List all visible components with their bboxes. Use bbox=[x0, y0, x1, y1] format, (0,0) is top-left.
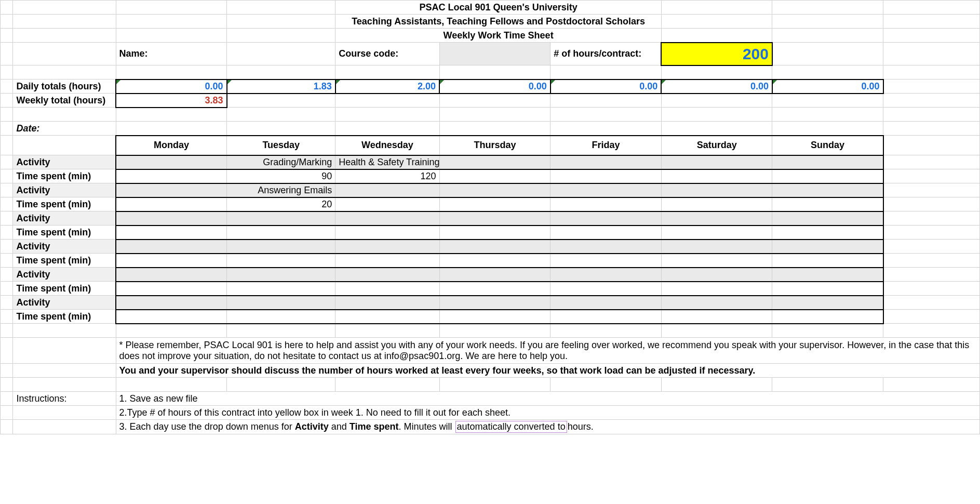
label-activity: Activity bbox=[13, 268, 116, 282]
instruction-step-3: 3. Each day use the drop down menus for … bbox=[116, 420, 979, 434]
time-cell[interactable] bbox=[335, 254, 439, 268]
activity-cell[interactable] bbox=[439, 211, 551, 226]
time-cell[interactable] bbox=[661, 169, 772, 183]
time-cell[interactable] bbox=[551, 254, 662, 268]
activity-cell[interactable] bbox=[335, 296, 439, 310]
time-cell[interactable] bbox=[439, 282, 551, 296]
daily-total-sun: 0.00 bbox=[772, 79, 883, 94]
activity-cell[interactable] bbox=[661, 211, 772, 226]
activity-cell[interactable] bbox=[772, 155, 883, 169]
activity-cell[interactable] bbox=[772, 211, 883, 226]
time-cell[interactable]: 120 bbox=[335, 169, 439, 183]
header-line2: Teaching Assistants, Teaching Fellows an… bbox=[335, 15, 662, 29]
time-cell[interactable] bbox=[439, 310, 551, 324]
time-cell[interactable] bbox=[439, 197, 551, 211]
activity-cell[interactable] bbox=[116, 183, 227, 197]
day-header-wed: Wednesday bbox=[335, 136, 439, 155]
time-cell[interactable] bbox=[116, 282, 227, 296]
activity-cell[interactable] bbox=[116, 211, 227, 226]
time-cell[interactable] bbox=[439, 226, 551, 240]
activity-cell[interactable]: Answering Emails bbox=[227, 183, 335, 197]
timesheet-table: PSAC Local 901 Queen's University Teachi… bbox=[0, 0, 980, 434]
activity-cell[interactable] bbox=[551, 296, 662, 310]
activity-cell[interactable] bbox=[227, 296, 335, 310]
activity-cell[interactable] bbox=[439, 296, 551, 310]
time-cell[interactable] bbox=[116, 226, 227, 240]
label-time-spent: Time spent (min) bbox=[13, 282, 116, 296]
time-cell[interactable] bbox=[772, 282, 883, 296]
activity-cell[interactable] bbox=[661, 240, 772, 254]
activity-cell[interactable] bbox=[661, 296, 772, 310]
activity-cell[interactable] bbox=[661, 183, 772, 197]
time-cell[interactable] bbox=[551, 310, 662, 324]
activity-cell[interactable] bbox=[551, 268, 662, 282]
step3-text: and bbox=[329, 421, 350, 432]
time-cell[interactable] bbox=[335, 197, 439, 211]
header-line1: PSAC Local 901 Queen's University bbox=[335, 1, 662, 15]
activity-cell[interactable] bbox=[335, 183, 439, 197]
label-weekly-total: Weekly total (hours) bbox=[13, 94, 116, 108]
activity-cell[interactable] bbox=[551, 240, 662, 254]
time-cell[interactable] bbox=[551, 282, 662, 296]
activity-cell[interactable] bbox=[439, 268, 551, 282]
activity-cell[interactable] bbox=[116, 268, 227, 282]
course-code-input[interactable] bbox=[439, 43, 551, 65]
activity-cell[interactable] bbox=[116, 155, 227, 169]
time-cell[interactable] bbox=[116, 310, 227, 324]
time-cell[interactable] bbox=[661, 310, 772, 324]
time-cell[interactable] bbox=[551, 226, 662, 240]
time-cell[interactable] bbox=[661, 197, 772, 211]
activity-cell[interactable] bbox=[551, 183, 662, 197]
activity-cell[interactable] bbox=[772, 183, 883, 197]
activity-cell[interactable] bbox=[335, 211, 439, 226]
time-cell[interactable] bbox=[772, 254, 883, 268]
activity-cell[interactable] bbox=[551, 211, 662, 226]
time-cell[interactable] bbox=[772, 169, 883, 183]
contract-hours-input[interactable]: 200 bbox=[661, 43, 772, 65]
activity-cell[interactable] bbox=[439, 240, 551, 254]
time-cell[interactable] bbox=[227, 282, 335, 296]
activity-cell[interactable] bbox=[116, 240, 227, 254]
activity-cell[interactable] bbox=[227, 240, 335, 254]
time-cell[interactable] bbox=[227, 310, 335, 324]
activity-cell[interactable] bbox=[772, 268, 883, 282]
activity-cell[interactable] bbox=[335, 240, 439, 254]
time-cell[interactable] bbox=[227, 226, 335, 240]
time-cell[interactable] bbox=[551, 197, 662, 211]
time-cell[interactable] bbox=[661, 226, 772, 240]
activity-cell[interactable] bbox=[772, 296, 883, 310]
activity-cell[interactable]: Health & Safety Training bbox=[335, 155, 439, 169]
time-cell[interactable] bbox=[335, 310, 439, 324]
time-cell[interactable] bbox=[551, 169, 662, 183]
activity-cell[interactable] bbox=[439, 183, 551, 197]
time-cell[interactable]: 20 bbox=[227, 197, 335, 211]
activity-cell[interactable] bbox=[661, 268, 772, 282]
name-input[interactable] bbox=[227, 43, 335, 65]
activity-cell[interactable] bbox=[227, 268, 335, 282]
time-cell[interactable] bbox=[772, 226, 883, 240]
activity-cell[interactable] bbox=[772, 240, 883, 254]
daily-total-tue: 1.83 bbox=[227, 79, 335, 94]
time-cell[interactable] bbox=[116, 197, 227, 211]
time-cell[interactable] bbox=[661, 254, 772, 268]
time-cell[interactable] bbox=[116, 254, 227, 268]
activity-cell[interactable] bbox=[661, 155, 772, 169]
time-cell[interactable] bbox=[335, 226, 439, 240]
activity-cell[interactable] bbox=[551, 155, 662, 169]
activity-cell[interactable]: Grading/Marking bbox=[227, 155, 335, 169]
label-instructions: Instructions: bbox=[13, 392, 116, 406]
time-cell[interactable] bbox=[661, 282, 772, 296]
time-cell[interactable] bbox=[439, 169, 551, 183]
time-cell[interactable] bbox=[772, 197, 883, 211]
time-cell[interactable] bbox=[116, 169, 227, 183]
activity-cell[interactable] bbox=[116, 296, 227, 310]
activity-cell[interactable] bbox=[227, 211, 335, 226]
time-cell[interactable] bbox=[772, 310, 883, 324]
time-cell[interactable]: 90 bbox=[227, 169, 335, 183]
time-cell[interactable] bbox=[227, 254, 335, 268]
time-cell[interactable] bbox=[439, 254, 551, 268]
activity-cell[interactable] bbox=[335, 268, 439, 282]
time-cell[interactable] bbox=[335, 282, 439, 296]
activity-cell[interactable] bbox=[439, 155, 551, 169]
header-line3: Weekly Work Time Sheet bbox=[335, 29, 662, 43]
